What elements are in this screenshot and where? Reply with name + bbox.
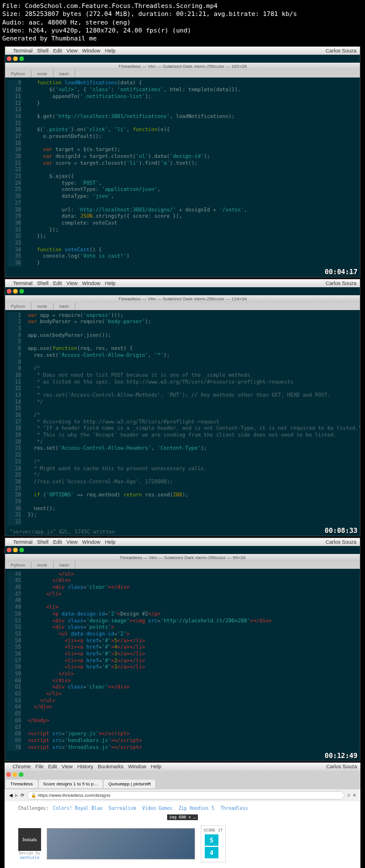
menu-shell[interactable]: Shell (37, 280, 48, 286)
menu-window[interactable]: Window (128, 764, 146, 769)
file-video: Video: h264, yuv420p, 1280x720, 24.00 fp… (2, 27, 363, 35)
user-name[interactable]: Carlos Souza (326, 48, 356, 54)
menu-view[interactable]: View (67, 48, 78, 54)
tab-node[interactable]: node (31, 70, 54, 78)
menu-window[interactable]: Window (82, 539, 100, 545)
user-name[interactable]: Carlos Souza (326, 539, 356, 545)
maximize-icon[interactable] (19, 772, 23, 777)
menu-file[interactable]: File (35, 764, 44, 769)
app-name[interactable]: Terminal (13, 539, 33, 545)
design-by-label: Design by (18, 851, 41, 855)
star-icon[interactable]: ☆ (347, 793, 351, 798)
macos-menubar: Chrome File Edit View History Bookmarks … (5, 763, 360, 771)
menu-edit[interactable]: Edit (53, 48, 62, 54)
menu-help[interactable]: Help (105, 539, 116, 545)
minimize-icon[interactable] (13, 548, 18, 552)
minimize-icon[interactable] (13, 289, 18, 294)
design-row: Initials Design by mathiole SCORE IT 5 4 (7, 821, 358, 867)
menu-shell[interactable]: Shell (37, 539, 48, 545)
maximize-icon[interactable] (19, 289, 24, 294)
window-title: Threadless — Vim — Solarized Dark xterm-… (5, 295, 360, 303)
macos-menubar: Terminal Shell Edit View Window Help Car… (5, 279, 360, 287)
reload-icon[interactable]: ⟳ (21, 793, 25, 798)
terminal-tabs: Pythonnodebash (5, 303, 360, 310)
menu-help[interactable]: Help (151, 764, 161, 769)
window-controls (5, 771, 360, 779)
menu-view[interactable]: View (67, 539, 78, 545)
window-controls (5, 287, 360, 295)
tab-bash[interactable]: bash (54, 303, 75, 310)
minimize-icon[interactable] (13, 56, 18, 61)
url-bar: ◀ ▶ ⟳ 🔒 https://www.threadless.com/desig… (5, 789, 360, 801)
terminal-tabs: Pythonnodebash (5, 70, 360, 78)
challenge-link[interactable]: Surrealism (108, 806, 136, 811)
maximize-icon[interactable] (19, 548, 24, 552)
tab-bash[interactable]: bash (54, 70, 75, 78)
window-title: Threadless — Vim — Solarized Dark xterm-… (5, 554, 360, 561)
maximize-icon[interactable] (19, 56, 24, 61)
app-name[interactable]: Chrome (13, 764, 31, 769)
vim-status: "server/app.js" 62L, 1745C written21,3 (5, 528, 360, 536)
menu-shell[interactable]: Shell (37, 48, 48, 54)
tab-threadless[interactable]: Threadless (6, 780, 38, 788)
menu-edit[interactable]: Edit (53, 539, 62, 545)
menu-window[interactable]: Window (82, 280, 100, 286)
menu-window[interactable]: Window (82, 48, 100, 54)
address-input[interactable]: 🔒 https://www.threadless.com/designs (27, 791, 344, 800)
timestamp: 00:08:33 (325, 527, 358, 535)
menu-history[interactable]: History (77, 764, 93, 769)
challenge-link[interactable]: Threadless (221, 806, 248, 811)
timestamp: 00:12:49 (325, 752, 358, 760)
challenge-link[interactable]: Colors! Royal Blue (53, 806, 103, 811)
file-generator: Generated by Thumbnail me (2, 35, 363, 43)
img-tooltip: img 688 × … (167, 814, 198, 820)
window-controls (5, 546, 360, 554)
menu-icon[interactable]: ≡ (353, 793, 356, 798)
status-message: "server/app.js" 62L, 1745C written (10, 529, 115, 535)
tab-node[interactable]: node (31, 303, 54, 310)
tab-python[interactable]: Python (5, 70, 31, 78)
tab-node[interactable]: node (31, 561, 54, 569)
menu-view[interactable]: View (62, 764, 72, 769)
tab-bash[interactable]: bash (54, 561, 75, 569)
design-author[interactable]: mathiole (18, 855, 41, 860)
menu-help[interactable]: Help (105, 280, 116, 286)
app-name[interactable]: Terminal (13, 48, 33, 54)
tab-python[interactable]: Python (5, 303, 31, 310)
menu-help[interactable]: Help (105, 48, 116, 54)
code-editor[interactable]: 1 var app = require('express')(); 2 var … (5, 310, 360, 528)
user-name[interactable]: Carlos Souza (326, 280, 356, 286)
close-icon[interactable] (7, 289, 11, 294)
challenge-link[interactable]: Zip Hoodies 5 (179, 806, 214, 811)
window-title: Threadless — Vim — Solarized Dark xterm-… (5, 63, 360, 70)
forward-icon[interactable]: ▶ (15, 793, 18, 798)
terminal-tabs: Pythonnodebash (5, 561, 360, 569)
challenge-link[interactable]: Video Games (142, 806, 172, 811)
screenshot-1: Terminal Shell Edit View Window Help Car… (5, 46, 360, 277)
app-name[interactable]: Terminal (13, 280, 33, 286)
vim-status: 59,1 86% (5, 753, 360, 761)
page-content: Challenges: Colors! Royal Blue Surrealis… (5, 801, 360, 868)
code-editor[interactable]: 44 </ul> 45 </div> 46 <div class='clear'… (5, 569, 360, 753)
macos-menubar: Terminal Shell Edit View Window Help Car… (5, 538, 360, 546)
menu-bookmarks[interactable]: Bookmarks (98, 764, 123, 769)
tab-score[interactable]: Score designs 1 to 5 to p… (39, 780, 103, 788)
tab-python[interactable]: Python (5, 561, 31, 569)
minimize-icon[interactable] (13, 772, 17, 777)
timestamp: 00:04:17 (325, 268, 358, 276)
tab-queueapp[interactable]: Queueapp | pictureift (104, 780, 155, 788)
code-editor[interactable]: 9 function loadNotifications(data) { 10 … (5, 78, 360, 268)
menu-edit[interactable]: Edit (48, 764, 58, 769)
design-thumbnail[interactable]: Initials (18, 828, 41, 851)
menu-view[interactable]: View (67, 280, 78, 286)
user-name[interactable]: Carlos Souza (326, 764, 357, 769)
window-controls (5, 55, 360, 63)
close-icon[interactable] (6, 772, 11, 777)
score-5-button[interactable]: 5 (205, 834, 218, 846)
design-image[interactable] (47, 828, 195, 859)
close-icon[interactable] (7, 548, 11, 552)
close-icon[interactable] (7, 56, 11, 61)
back-icon[interactable]: ◀ (9, 793, 13, 798)
score-4-button[interactable]: 4 (205, 847, 218, 858)
menu-edit[interactable]: Edit (53, 280, 62, 286)
